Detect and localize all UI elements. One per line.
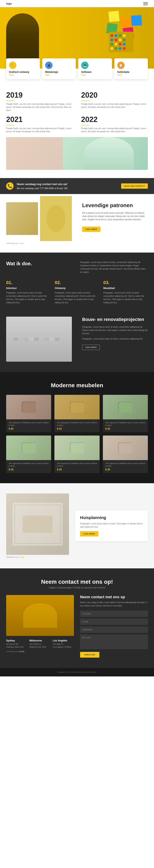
- huis-right: Huisplanning Paragraph. Lorem ipsum dolo…: [75, 510, 148, 541]
- meubel-card-3[interactable]: Alle ingespukt of dobbelste aan om bod i…: [103, 395, 148, 432]
- office-los-angeles: Los Angeles 344 State St,Los Angeles CA …: [53, 639, 74, 648]
- wat-cards: 01. Interieur Paragraph. Lorem ipsum dol…: [6, 280, 148, 304]
- form-subject-group: [80, 627, 148, 632]
- office-sydney: Sydney 45 Forums Rd,Parkmaur NSW 2216: [6, 639, 27, 648]
- pattern-image-2: [40, 196, 72, 241]
- contact-section: Neem contact met ons op! Vragen of opmer…: [0, 568, 154, 668]
- meubelen-grid: Alle ingespukt of dobbelste aan om bod i…: [6, 395, 148, 473]
- form-message-group: [80, 635, 148, 650]
- meubel-image-4: [6, 436, 51, 460]
- pattern-image-1: [6, 202, 38, 235]
- wat-card-interieur: 01. Interieur Paragraph. Lorem ipsum dol…: [6, 280, 51, 304]
- patterns-text: Elit ut aliquam purus sit amet luctus ve…: [82, 211, 148, 221]
- contact-section-title: Neem contact met ons op!: [6, 579, 148, 585]
- software-title: Software: [81, 71, 109, 73]
- patterns-lees-meer-button[interactable]: LEES MEER: [82, 226, 100, 232]
- webdesign-label: HIER: [45, 74, 73, 76]
- grafisch-label: HIER: [9, 74, 37, 76]
- timeline-person-image: [6, 137, 148, 170]
- meubel-card-5[interactable]: Alle ingespukt of dobbelste aan om bod i…: [54, 436, 99, 473]
- huis-text: Paragraph. Lorem ipsum dolor sit amet. C…: [80, 522, 143, 529]
- message-textarea[interactable]: [80, 635, 148, 649]
- bouw-right: Bouw- en renovatieprojecten Paragraph. L…: [78, 317, 148, 350]
- meubel-image-5: [54, 436, 99, 460]
- huis-title: Huisplanning: [80, 515, 143, 520]
- huis-image: [6, 493, 69, 555]
- service-cards: ✏️ Grafisch ontwerp HIER 🖥 Webdesign HIE…: [0, 58, 154, 79]
- patterns-title: Levendige patronen: [82, 202, 148, 209]
- name-input[interactable]: [80, 611, 148, 617]
- meubel-card-6[interactable]: Alle ingespukt of dobbelste aan om bod i…: [103, 436, 148, 473]
- grafisch-title: Grafisch ontwerp: [9, 71, 37, 73]
- pattern-caption: Afbeelding van freepik: [6, 242, 72, 244]
- form-email-group: [80, 619, 148, 625]
- patterns-images: Afbeelding van freepik: [6, 202, 72, 244]
- software-label: HIER: [81, 74, 109, 76]
- timeline-item-2022: 2022 Praatje heeft u op een veel, commer…: [81, 116, 148, 133]
- meubel-card-2[interactable]: Alle ingespukt of dobbelste aan om bod i…: [54, 395, 99, 432]
- huis-caption-link[interactable]: freepik: [19, 556, 24, 558]
- patterns-section: Afbeelding van freepik Levendige patrone…: [0, 194, 154, 253]
- timeline-item-2019: 2019 Praatje heeft u op een veel, commer…: [6, 92, 73, 112]
- contact-right: Neem contact met ons op Heeft u een vraa…: [80, 595, 148, 658]
- sollicitatie-label: HIER: [117, 74, 145, 76]
- huis-lees-meer-button[interactable]: LEES MEER: [80, 531, 98, 536]
- offices: Sydney 45 Forums Rd,Parkmaur NSW 2216 Me…: [6, 639, 74, 648]
- contact-banner-left: 📞 Neem vandaag nog contact met ons op! B…: [6, 182, 67, 190]
- contact-banner: 📞 Neem vandaag nog contact met ons op! B…: [0, 178, 154, 194]
- bouw-lees-meer-button[interactable]: LEES MEER: [82, 345, 100, 350]
- grafisch-icon: ✏️: [9, 62, 17, 69]
- contact-banner-text: Neem vandaag nog contact met ons op! Bel…: [17, 182, 67, 190]
- timeline-divider: [81, 100, 89, 101]
- bouw-section: Bouw- en renovatieprojecten Paragraph. L…: [0, 313, 154, 372]
- wat-description: Paragraph. Lorem ipsum dolor sit amet, c…: [80, 261, 148, 274]
- sollicitatie-title: Sollicitatie: [117, 71, 145, 73]
- software-icon: 💻: [81, 62, 88, 69]
- bouw-title: Bouw- en renovatieprojecten: [82, 317, 148, 322]
- service-card-grafisch[interactable]: ✏️ Grafisch ontwerp HIER: [6, 58, 40, 79]
- site-footer: Copyright 2021 | Created By Your Best Cr…: [0, 668, 154, 676]
- meubel-image-2: [54, 395, 99, 420]
- huis-section: Afbeelding van freepik Huisplanning Para…: [0, 483, 154, 568]
- wat-card-meubilair: 03. Meubilair Paragraph. Lorem ipsum dol…: [103, 280, 148, 304]
- timeline-item-2021: 2021 Praatje heeft u op een veel, commer…: [6, 116, 73, 133]
- bouw-image: [6, 317, 72, 362]
- contact-section-subtitle: Vragen of opmerkingen? Schrijf ons gewoo…: [6, 586, 148, 589]
- huis-left: Afbeelding van freepik: [6, 493, 69, 558]
- timeline-divider: [6, 100, 15, 101]
- meubel-card-4[interactable]: Alle ingespukt of dobbelste aan om bod i…: [6, 436, 51, 473]
- email-input[interactable]: [80, 619, 148, 625]
- meubel-image-3: [103, 395, 148, 420]
- service-card-sollicitatie[interactable]: 📋 Sollicitatie HIER: [114, 58, 148, 79]
- form-name-group: [80, 611, 148, 617]
- pattern-caption-link[interactable]: freepik: [19, 242, 24, 244]
- wat-ik-doe-section: Wat ik doe. Paragraph. Lorem ipsum dolor…: [0, 253, 154, 313]
- meubel-image-1: [6, 395, 51, 420]
- hamburger-menu[interactable]: [143, 2, 148, 5]
- site-header: logo: [0, 0, 154, 7]
- timeline-item-2020: 2020 Praatje heeft u op een veel, commer…: [81, 92, 148, 112]
- meubelen-section: Moderne meubelen Alle ingespukt of dobbe…: [0, 372, 154, 483]
- contact-person-image: [6, 595, 74, 636]
- contact-caption: Afbeelding van freepik: [6, 650, 74, 652]
- timeline-divider: [81, 125, 89, 125]
- footer-text: Copyright 2021 | Created By Your Best Cr…: [6, 671, 148, 673]
- contact-banner-button[interactable]: MAAK EEN CONTACT: [121, 183, 148, 189]
- subject-input[interactable]: [80, 627, 148, 632]
- wat-title: Wat ik doe.: [6, 261, 74, 274]
- service-card-webdesign[interactable]: 🖥 Webdesign HIER: [42, 58, 76, 79]
- meubelen-title: Moderne meubelen: [6, 382, 148, 389]
- webdesign-icon: 🖥: [45, 62, 53, 69]
- wat-header: Wat ik doe. Paragraph. Lorem ipsum dolor…: [6, 261, 148, 274]
- huis-caption: Afbeelding van freepik: [6, 556, 69, 558]
- send-button[interactable]: VERSTUUR: [80, 652, 99, 658]
- meubel-card-1[interactable]: Alle ingespukt of dobbelste aan om bod i…: [6, 395, 51, 432]
- contact-left: Sydney 45 Forums Rd,Parkmaur NSW 2216 Me…: [6, 595, 74, 658]
- office-melbourne: Melbourne 163 Collins St,Melbourne MC 30…: [29, 639, 51, 648]
- service-card-software[interactable]: 💻 Software HIER: [78, 58, 112, 79]
- logo: logo: [6, 2, 12, 5]
- webdesign-title: Webdesign: [45, 71, 73, 73]
- contact-caption-link[interactable]: freepik: [19, 650, 24, 652]
- patterns-right: Levendige patronen Elit ut aliquam purus…: [78, 202, 148, 232]
- timeline-grid: 2019 Praatje heeft u op een veel, commer…: [6, 92, 148, 133]
